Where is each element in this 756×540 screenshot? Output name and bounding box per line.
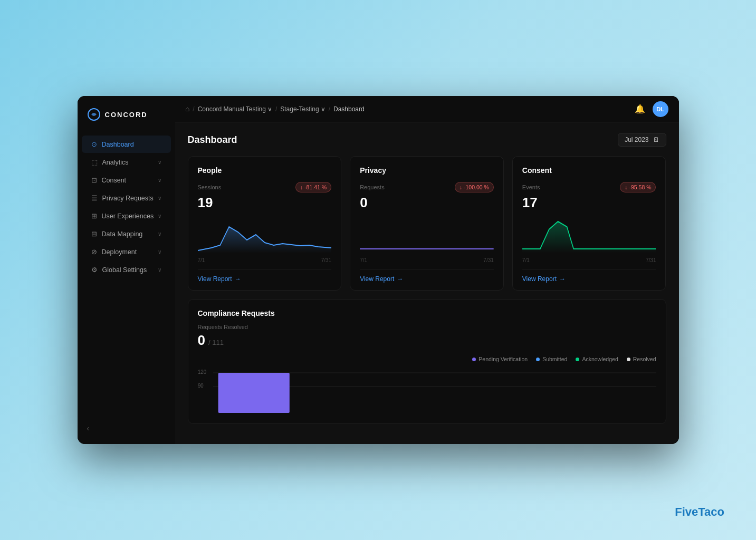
legend-dot-resolved [627, 358, 630, 361]
people-view-report-link[interactable]: View Report → [198, 275, 332, 283]
privacy-icon: ☰ [91, 194, 98, 202]
topbar: ⌂ / Concord Manual Testing ∨ / Stage-Tes… [175, 96, 679, 122]
breadcrumb-sep-2: / [275, 105, 277, 113]
consent-chart: 7/1 7/31 [522, 216, 656, 263]
privacy-chevron-icon: ∨ [158, 195, 161, 201]
sidebar-label-privacy: Privacy Requests [102, 195, 154, 202]
compliance-total: / 111 [208, 339, 224, 346]
home-icon[interactable]: ⌂ [186, 105, 190, 113]
breadcrumb-concord-manual[interactable]: Concord Manual Testing ∨ [198, 105, 272, 113]
svg-text:90: 90 [198, 383, 204, 389]
consent-card-footer: View Report → [522, 269, 656, 283]
consent-view-report-link[interactable]: View Report → [522, 275, 656, 283]
legend-submitted: Submitted [536, 356, 567, 362]
collapse-icon: ‹ [87, 424, 90, 432]
legend-dot-acknowledged [576, 358, 579, 361]
people-chart-dates: 7/1 7/31 [198, 257, 332, 263]
privacy-card-title: Privacy [360, 166, 494, 175]
sidebar-label-analytics: Analytics [102, 159, 129, 166]
date-filter-button[interactable]: Jul 2023 🗓 [618, 133, 666, 147]
user-exp-chevron-icon: ∨ [158, 213, 161, 219]
sidebar-label-user-exp: User Experiences [102, 213, 154, 220]
compliance-card: Compliance Requests Requests Resolved 0 … [188, 299, 666, 424]
consent-metric-label: Events [522, 184, 540, 190]
topbar-actions: 🔔 DL [635, 101, 668, 117]
privacy-arrow-icon: → [397, 275, 403, 283]
privacy-metric-label: Requests [360, 184, 384, 190]
consent-value: 17 [522, 195, 656, 211]
privacy-metric-row: Requests -100.00 % [360, 182, 494, 192]
sidebar-item-user-experiences[interactable]: ⊞ User Experiences ∨ [82, 207, 171, 225]
people-chart: 7/1 7/31 [198, 216, 332, 263]
compliance-legend-row: Pending Verification Submitted Acknowled… [198, 356, 656, 362]
privacy-view-report-link[interactable]: View Report → [360, 275, 494, 283]
page-title: Dashboard [188, 134, 237, 146]
breadcrumb-chevron-2: ∨ [321, 105, 326, 113]
people-view-report-label: View Report [198, 275, 232, 283]
privacy-chart-dates: 7/1 7/31 [360, 257, 494, 263]
compliance-bar-chart: 120 90 [198, 368, 656, 415]
user-exp-icon: ⊞ [91, 212, 97, 220]
breadcrumb-stage-label: Stage-Testing [280, 105, 319, 113]
legend-dot-submitted [536, 358, 540, 361]
compliance-title: Compliance Requests [198, 309, 656, 317]
people-card: People Sessions -81.41 % 19 [188, 156, 342, 291]
legend-acknowledged: Acknowledged [576, 356, 618, 362]
dashboard-icon: ⊙ [91, 140, 97, 148]
sidebar-item-privacy-requests[interactable]: ☰ Privacy Requests ∨ [82, 189, 171, 207]
legend-label-pending: Pending Verification [479, 356, 528, 362]
breadcrumb-concord-label: Concord Manual Testing [198, 105, 266, 113]
consent-chart-dates: 7/1 7/31 [522, 257, 656, 263]
privacy-date-end: 7/31 [483, 257, 493, 263]
legend-dot-pending [472, 358, 476, 361]
privacy-badge: -100.00 % [455, 182, 494, 192]
sidebar-item-analytics[interactable]: ⬚ Analytics ∨ [82, 153, 171, 171]
people-card-title: People [198, 166, 332, 175]
sidebar-item-consent[interactable]: ⊡ Consent ∨ [82, 171, 171, 189]
sidebar-label-deployment: Deployment [102, 248, 137, 256]
people-card-footer: View Report → [198, 269, 332, 283]
sidebar-label-settings: Global Settings [102, 266, 147, 274]
consent-arrow-icon: → [559, 275, 566, 283]
svg-text:120: 120 [198, 369, 207, 375]
settings-icon: ⚙ [91, 266, 98, 274]
data-mapping-icon: ⊟ [91, 230, 97, 238]
legend-pending: Pending Verification [472, 356, 528, 362]
compliance-value: 0 [198, 332, 205, 349]
people-date-end: 7/31 [321, 257, 331, 263]
sidebar: CONCORD ⊙ Dashboard ⬚ Analytics ∨ [78, 96, 175, 444]
sidebar-label-consent: Consent [102, 177, 127, 184]
sidebar-item-data-mapping[interactable]: ⊟ Data Mapping ∨ [82, 225, 171, 243]
dashboard-area: Dashboard Jul 2023 🗓 People Sessions -81… [175, 122, 679, 444]
avatar[interactable]: DL [653, 101, 668, 117]
consent-view-report-label: View Report [522, 275, 557, 283]
sidebar-item-deployment[interactable]: ⊘ Deployment ∨ [82, 243, 171, 261]
people-date-start: 7/1 [198, 257, 205, 263]
app-window: CONCORD ⊙ Dashboard ⬚ Analytics ∨ [78, 96, 679, 444]
logo-icon [87, 108, 101, 121]
main-content: ⌂ / Concord Manual Testing ∨ / Stage-Tes… [175, 96, 679, 444]
legend-resolved: Resolved [627, 356, 656, 362]
breadcrumb-dashboard: Dashboard [333, 105, 365, 113]
privacy-chart: 7/1 7/31 [360, 216, 494, 263]
sidebar-item-global-settings[interactable]: ⚙ Global Settings ∨ [82, 261, 171, 278]
deployment-chevron-icon: ∨ [158, 249, 161, 255]
people-arrow-icon: → [235, 275, 241, 283]
notification-bell-button[interactable]: 🔔 [635, 104, 645, 114]
people-value: 19 [198, 195, 332, 211]
people-metric-label: Sessions [198, 184, 222, 190]
date-filter-label: Jul 2023 [625, 136, 648, 143]
consent-date-start: 7/1 [522, 257, 530, 263]
privacy-date-start: 7/1 [360, 257, 367, 263]
compliance-metric-label: Requests Resolved [198, 324, 656, 330]
breadcrumb: ⌂ / Concord Manual Testing ∨ / Stage-Tes… [186, 105, 365, 113]
breadcrumb-chevron-1: ∨ [267, 105, 272, 113]
legend-label-acknowledged: Acknowledged [582, 356, 618, 362]
analytics-icon: ⬚ [91, 158, 98, 166]
sidebar-item-dashboard[interactable]: ⊙ Dashboard [82, 136, 171, 153]
breadcrumb-stage-testing[interactable]: Stage-Testing ∨ [280, 105, 325, 113]
cards-row: People Sessions -81.41 % 19 [188, 156, 666, 291]
privacy-value: 0 [360, 195, 494, 211]
breadcrumb-sep-1: / [193, 105, 194, 113]
sidebar-collapse-button[interactable]: ‹ [78, 419, 175, 438]
